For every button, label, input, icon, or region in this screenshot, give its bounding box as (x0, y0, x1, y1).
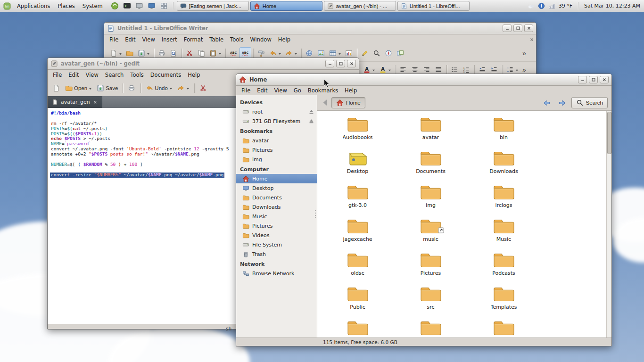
file-item-public[interactable]: Public (321, 282, 394, 316)
file-item-pictures[interactable]: Pictures (394, 248, 467, 282)
clock[interactable]: Sat Mar 10, 12:23 AM (584, 3, 640, 9)
forward-button[interactable] (556, 97, 569, 108)
file-item-gtk-3-0[interactable]: gtk-3.0 (321, 181, 394, 214)
gedit-menu-view[interactable]: View (83, 71, 102, 79)
close-button[interactable] (524, 25, 533, 32)
sidebar-item-desktop[interactable]: Desktop (236, 183, 317, 193)
panel-menu-system[interactable]: System (79, 1, 107, 11)
pathbar-home-button[interactable]: Home (331, 97, 365, 108)
sidebar-item-trash[interactable]: Trash (236, 249, 317, 259)
file-item-irclogs[interactable]: irclogs (467, 181, 540, 214)
panel-menu-applications[interactable]: Applications (13, 1, 54, 11)
file-item-audiobooks[interactable]: Audiobooks (321, 113, 394, 147)
file-item-podcasts[interactable]: Podcasts (467, 248, 540, 282)
maximize-button[interactable] (336, 60, 345, 67)
highlight-mode-label[interactable]: sh (226, 326, 231, 331)
gedit-undo-arrow-button[interactable]: Undo (144, 82, 174, 94)
taskbar-button-untitled-1-libreoffi[interactable]: Untitled 1 - LibreOffi... (397, 1, 470, 11)
minimize-button[interactable] (325, 60, 334, 67)
sidebar-item-img[interactable]: img (236, 155, 317, 164)
launcher-menu-grid-icon[interactable] (158, 1, 170, 11)
file-item-src[interactable]: src (394, 282, 467, 316)
tray-cloud-icon[interactable] (528, 2, 535, 9)
taskbar-button-home[interactable]: Home (250, 1, 322, 11)
file-item-jagexcache[interactable]: jagexcache (321, 214, 394, 248)
file-item-templates[interactable]: Templates (467, 282, 540, 316)
panel-menu-places[interactable]: Places (54, 1, 79, 11)
writer-menu-table[interactable]: Table (206, 35, 227, 44)
sidebar-item-videos[interactable]: Videos (236, 230, 317, 240)
search-button[interactable]: Search (571, 97, 608, 108)
gedit-menu-search[interactable]: Search (102, 71, 127, 79)
file-item-downloads[interactable]: Downloads (467, 147, 540, 181)
caja-titlebar[interactable]: Home (236, 74, 611, 86)
writer-menu-view[interactable]: View (139, 35, 158, 44)
sidebar-item-home[interactable]: Home (236, 174, 317, 183)
gedit-print-button[interactable] (126, 82, 138, 94)
sidebar-item-avatar[interactable]: avatar (236, 136, 317, 145)
sidebar-item-root[interactable]: root (236, 107, 317, 116)
vertical-scrollbar[interactable] (606, 111, 611, 337)
caja-menu-help[interactable]: Help (341, 86, 360, 95)
file-item-avatar[interactable]: avatar (394, 113, 467, 147)
tray-info-icon[interactable]: i (538, 2, 545, 9)
writer-menu-window[interactable]: Window (247, 35, 274, 44)
file-item-img[interactable]: img (394, 181, 467, 214)
back-button[interactable] (540, 97, 553, 108)
scrollbar-thumb[interactable] (607, 112, 611, 154)
gedit-cut-button[interactable] (198, 82, 209, 94)
sidebar-item-music[interactable]: Music (236, 212, 317, 221)
sidebar-resize-handle[interactable] (314, 208, 317, 221)
taskbar-button-avatar-gen-bin[interactable]: avatar_gen (~/bin) - ... (324, 1, 396, 11)
minimize-button[interactable] (503, 25, 512, 32)
sidebar-item-documents[interactable]: Documents (236, 193, 317, 202)
writer-draw-functions-button[interactable] (359, 47, 371, 59)
launcher-screen-gray-icon[interactable] (134, 1, 145, 11)
writer-titlebar[interactable]: Untitled 1 - LibreOffice Writer (104, 23, 536, 34)
tray-signal-icon[interactable] (548, 2, 555, 9)
launcher-green-orb-icon[interactable] (109, 1, 121, 11)
pathbar-scroll-left-icon[interactable] (321, 98, 329, 108)
gedit-menu-file[interactable]: File (50, 71, 65, 79)
file-item-oldsc[interactable]: oldsc (321, 248, 394, 282)
gedit-titlebar[interactable]: avatar_gen (~/bin) - gedit (48, 58, 359, 70)
writer-menu-help[interactable]: Help (275, 35, 294, 44)
file-item-music[interactable]: music (394, 214, 467, 248)
file-item-bin[interactable]: bin (467, 113, 540, 147)
file-item-partial[interactable] (321, 316, 394, 337)
close-button[interactable] (347, 60, 356, 67)
sidebar-item-pictures[interactable]: Pictures (236, 221, 317, 230)
caja-menu-file[interactable]: File (238, 86, 254, 95)
eject-button[interactable] (308, 108, 315, 115)
file-item-music[interactable]: Music (467, 214, 540, 248)
taskbar-button-eating-semen-jack[interactable]: [Eating semen | Jack... (177, 1, 249, 11)
file-item-documents[interactable]: Documents (394, 147, 467, 181)
close-button[interactable] (600, 76, 609, 83)
caja-menu-bookmarks[interactable]: Bookmarks (305, 86, 341, 95)
writer-menu-edit[interactable]: Edit (122, 35, 139, 44)
gedit-menu-edit[interactable]: Edit (65, 71, 82, 79)
gedit-menu-help[interactable]: Help (184, 71, 203, 79)
gedit-save-file-button[interactable]: Save (95, 82, 120, 94)
writer-gallery-button[interactable] (395, 47, 406, 59)
launcher-terminal-dark-icon[interactable] (122, 1, 133, 11)
file-item-partial[interactable] (394, 316, 467, 337)
file-item-desktop[interactable]: Desktop (321, 147, 394, 181)
gedit-menu-documents[interactable]: Documents (147, 71, 185, 79)
gedit-open-folder-button[interactable]: Open (63, 82, 94, 94)
writer-menu-file[interactable]: File (106, 35, 122, 44)
gedit-menu-tools[interactable]: Tools (127, 71, 147, 79)
caja-menu-view[interactable]: View (271, 86, 290, 95)
writer-menu-format[interactable]: Format (181, 35, 206, 44)
writer-menu-tools[interactable]: Tools (227, 35, 247, 44)
caja-menu-edit[interactable]: Edit (254, 86, 271, 95)
eject-button[interactable] (308, 118, 315, 125)
sidebar-item-371-gb-filesystem[interactable]: 371 GB Filesystem (236, 116, 317, 126)
gedit-redo-arrow-button[interactable] (175, 82, 191, 94)
maximize-button[interactable] (513, 25, 522, 32)
gedit-new-file-button[interactable] (50, 82, 62, 94)
tab-avatar-gen[interactable]: avatar_gen (48, 96, 102, 108)
minimize-button[interactable] (578, 76, 587, 83)
writer-find-replace-button[interactable] (371, 47, 383, 59)
tab-close-icon[interactable] (93, 100, 98, 105)
